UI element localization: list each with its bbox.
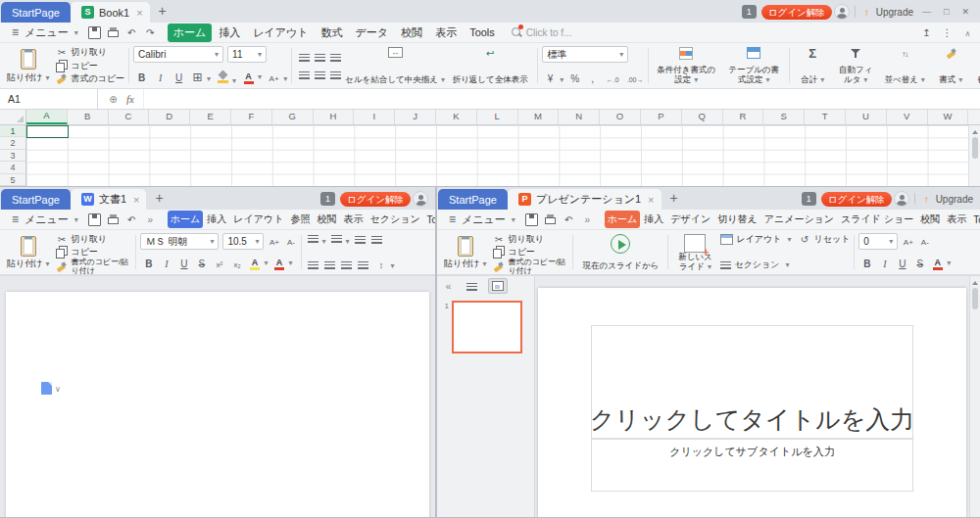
object-dropdown-icon[interactable] [54, 382, 62, 395]
borders-icon[interactable] [191, 71, 204, 84]
align-center-icon[interactable] [315, 71, 325, 80]
column-header[interactable]: U [846, 110, 887, 124]
bold-icon[interactable] [135, 71, 148, 84]
align-left-icon[interactable] [299, 71, 310, 80]
font-size-select[interactable]: 0 [858, 233, 898, 250]
font-size-select[interactable]: 11 [227, 46, 267, 63]
ribbon-tab[interactable]: データ [350, 24, 395, 42]
startpage-tab[interactable]: StartPage [1, 2, 71, 23]
column-header[interactable]: F [231, 110, 272, 124]
fx-icon[interactable]: fx [126, 93, 134, 105]
paste-button[interactable]: 貼り付け [4, 45, 52, 86]
align-right-icon[interactable] [330, 71, 341, 80]
toolbar-overflow-icon[interactable] [144, 213, 157, 226]
ribbon-tab[interactable]: 切り替え [714, 211, 760, 228]
column-header[interactable]: C [109, 110, 150, 124]
rows-columns-button[interactable]: 行と列 [972, 45, 980, 86]
column-header[interactable]: A [26, 110, 68, 124]
column-header[interactable]: O [600, 110, 641, 124]
menu-button[interactable]: メニュー [6, 25, 81, 40]
ribbon-tab[interactable]: Tools [970, 212, 980, 227]
column-header[interactable]: H [314, 110, 355, 124]
notification-badge[interactable]: 1 [320, 192, 335, 206]
font-name-select[interactable]: Calibri [133, 46, 223, 63]
ribbon-tab[interactable]: ホーム [168, 211, 203, 228]
minimize-button[interactable]: — [918, 7, 935, 17]
ribbon-tab[interactable]: レイアウト [230, 211, 286, 228]
subscript-icon[interactable] [230, 258, 243, 270]
format-painter-button[interactable]: 書式のコピー/貼り付け [55, 259, 131, 275]
ribbon-tab[interactable]: 表示 [944, 211, 969, 228]
scroll-up-icon[interactable] [972, 278, 978, 285]
column-header[interactable]: K [436, 110, 477, 124]
print-icon[interactable] [544, 213, 557, 226]
slide-thumbnail[interactable] [452, 301, 522, 353]
share-icon[interactable] [920, 26, 933, 39]
user-avatar-icon[interactable] [413, 191, 428, 207]
ribbon-tab[interactable]: デザイン [667, 211, 713, 228]
column-header[interactable]: I [354, 110, 395, 124]
ribbon-tab[interactable]: Tools [424, 212, 435, 227]
increase-indent-icon[interactable] [371, 236, 382, 245]
comma-style-icon[interactable] [586, 72, 599, 85]
paste-button[interactable]: 貼り付け [441, 232, 489, 272]
font-color-icon[interactable] [272, 259, 285, 271]
number-format-select[interactable]: 標準 [542, 46, 628, 63]
column-header[interactable]: W [928, 110, 968, 124]
merge-center-button[interactable]: セルを結合して中央揃え [346, 45, 444, 86]
ribbon-tab[interactable]: スライド ショー [838, 211, 916, 228]
column-header[interactable]: S [763, 110, 805, 124]
save-icon[interactable] [88, 213, 101, 226]
undo-icon[interactable] [125, 213, 138, 226]
autosum-button[interactable]: 合計 [794, 45, 831, 86]
percent-icon[interactable] [568, 72, 581, 85]
ribbon-tab[interactable]: 挿入 [213, 24, 246, 42]
save-icon[interactable] [88, 26, 101, 39]
slides-view-tab[interactable] [488, 278, 508, 294]
ribbon-tab[interactable]: Tools [464, 24, 501, 40]
new-tab-button[interactable]: + [150, 190, 168, 208]
outline-view-tab[interactable] [462, 278, 481, 294]
numbered-list-icon[interactable] [331, 235, 342, 244]
subtitle-placeholder[interactable]: クリックしてサブタイトルを入力 [591, 439, 913, 492]
reset-button[interactable]: リセット [799, 233, 851, 246]
justify-icon[interactable] [358, 261, 368, 270]
new-slide-button[interactable]: 新しいスライド [672, 232, 717, 272]
column-header[interactable]: J [395, 110, 436, 124]
column-header[interactable]: M [518, 110, 560, 124]
close-window-button[interactable]: ✕ [957, 7, 973, 17]
underline-icon[interactable] [177, 258, 190, 270]
more-icon[interactable] [941, 26, 954, 39]
title-placeholder[interactable]: クリックしてタイトルを入力 [591, 325, 913, 439]
highlight-color-icon[interactable] [248, 259, 261, 271]
strikethrough-icon[interactable] [913, 258, 926, 270]
format-button[interactable]: 書式 [932, 45, 969, 86]
column-header[interactable]: N [559, 110, 600, 124]
ribbon-tab[interactable]: 挿入 [204, 211, 229, 228]
user-avatar-icon[interactable] [834, 4, 850, 20]
menu-button[interactable]: メニュー [443, 212, 518, 227]
layout-button[interactable]: レイアウト [720, 233, 791, 246]
strikethrough-icon[interactable] [195, 258, 208, 270]
cut-button[interactable]: 切り取り [55, 233, 131, 246]
italic-icon[interactable] [878, 258, 891, 270]
selected-cell[interactable] [26, 125, 69, 138]
section-button[interactable]: セクション [720, 259, 789, 271]
ribbon-tab[interactable]: 校閲 [314, 211, 339, 228]
autofilter-button[interactable]: 自動フィルタ [834, 45, 877, 86]
align-bottom-icon[interactable] [330, 54, 341, 63]
logout-badge[interactable]: ログイン解除 [340, 192, 411, 207]
close-tab-icon[interactable]: × [646, 194, 656, 206]
row-header[interactable]: 5 [0, 174, 25, 186]
vertical-scrollbar[interactable] [968, 125, 980, 186]
document-tab[interactable]: S Book1 × [71, 2, 150, 23]
grow-font-icon[interactable] [268, 71, 280, 84]
table-style-button[interactable]: テーブルの書式設定 [722, 45, 785, 86]
user-avatar-icon[interactable] [894, 191, 909, 207]
scroll-thumb[interactable] [972, 288, 978, 309]
superscript-icon[interactable] [213, 258, 225, 270]
upgrade-button[interactable]: Upgrade [860, 6, 913, 19]
fill-color-icon[interactable] [217, 71, 229, 83]
column-header[interactable]: E [190, 110, 231, 124]
format-painter-button[interactable]: 書式のコピー [55, 72, 124, 85]
